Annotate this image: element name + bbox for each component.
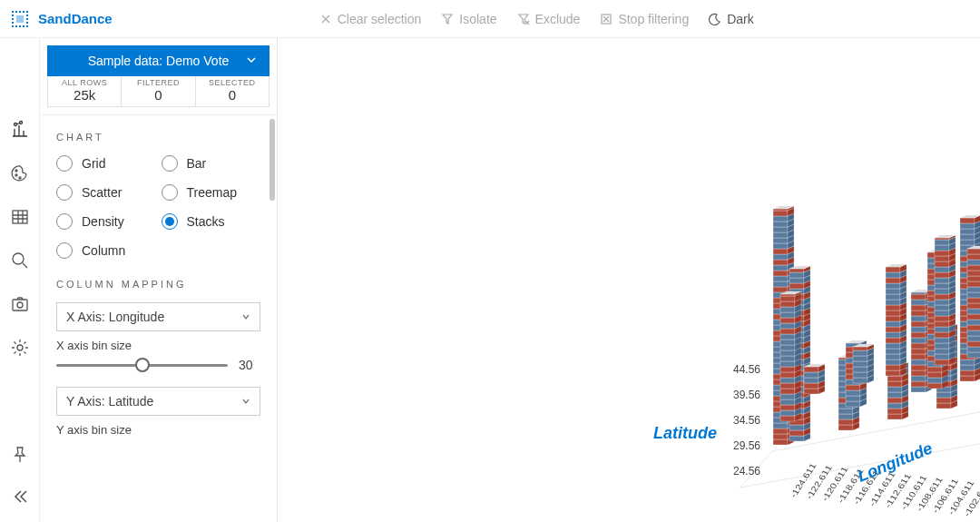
svg-rect-366 xyxy=(911,381,926,387)
svg-rect-64 xyxy=(773,243,788,249)
data-tab-icon[interactable] xyxy=(10,207,30,231)
svg-rect-384 xyxy=(927,383,942,389)
search-tab-icon[interactable] xyxy=(10,251,30,274)
svg-rect-29 xyxy=(773,434,788,439)
radio-stacks[interactable]: Stacks xyxy=(162,213,261,230)
stop-filtering-button[interactable]: Stop filtering xyxy=(600,12,689,26)
radio-stacks-label: Stacks xyxy=(187,214,225,229)
svg-rect-60 xyxy=(773,265,788,271)
dark-label: Dark xyxy=(727,12,754,26)
svg-rect-913 xyxy=(886,316,900,321)
lat-tick: 39.56 xyxy=(733,389,760,401)
svg-rect-67 xyxy=(773,227,788,232)
x-bin-label: X axis bin size xyxy=(56,339,260,352)
y-axis-select-label: Y Axis: Latitude xyxy=(66,394,153,409)
svg-rect-437 xyxy=(960,223,975,229)
isolate-button[interactable]: Isolate xyxy=(441,12,496,26)
svg-rect-341 xyxy=(780,350,795,356)
stack xyxy=(967,246,980,358)
radio-bar[interactable]: Bar xyxy=(162,155,261,172)
svg-rect-347 xyxy=(780,318,795,323)
x-bin-slider[interactable] xyxy=(56,356,228,374)
svg-rect-920 xyxy=(886,278,900,283)
svg-rect-952 xyxy=(967,325,980,330)
svg-rect-966 xyxy=(967,249,980,254)
funnel-icon xyxy=(441,13,454,25)
svg-rect-947 xyxy=(967,352,980,358)
svg-rect-16 xyxy=(16,15,24,23)
svg-point-22 xyxy=(19,177,21,179)
lat-tick: 24.56 xyxy=(733,465,760,478)
svg-rect-434 xyxy=(960,240,975,245)
data-dropdown[interactable]: Sample data: Demo Vote xyxy=(47,45,270,76)
svg-rect-369 xyxy=(911,365,926,370)
svg-rect-0 xyxy=(12,11,14,13)
svg-rect-944 xyxy=(935,245,949,251)
app-header: SandDance Clear selection Isolate Exclud… xyxy=(0,0,980,38)
stat-all-rows-value: 25k xyxy=(48,87,121,103)
svg-rect-936 xyxy=(935,289,949,294)
radio-density[interactable]: Density xyxy=(56,213,156,230)
svg-rect-356 xyxy=(846,385,860,390)
svg-rect-382 xyxy=(911,294,926,300)
svg-rect-370 xyxy=(911,359,926,365)
chart-tab-icon[interactable] xyxy=(10,120,30,143)
radio-column[interactable]: Column xyxy=(56,242,156,259)
svg-rect-409 xyxy=(960,376,975,381)
settings-tab-icon[interactable] xyxy=(10,338,30,361)
slider-thumb-icon[interactable] xyxy=(135,358,150,372)
chevron-down-icon xyxy=(246,54,257,68)
x-axis-select[interactable]: X Axis: Longitude xyxy=(56,302,260,331)
svg-rect-923 xyxy=(935,359,949,365)
color-tab-icon[interactable] xyxy=(10,163,30,187)
svg-rect-348 xyxy=(780,312,795,318)
svg-rect-340 xyxy=(780,356,795,361)
collapse-icon[interactable] xyxy=(11,488,29,509)
pin-icon[interactable] xyxy=(11,446,29,468)
y-axis-select[interactable]: Y Axis: Latitude xyxy=(56,387,260,416)
svg-rect-941 xyxy=(935,261,949,267)
viz-area[interactable]: 44.5639.5634.5629.5624.56 -124.611-122.6… xyxy=(278,38,980,522)
svg-rect-374 xyxy=(911,338,926,343)
svg-rect-65 xyxy=(773,238,788,243)
svg-rect-119 xyxy=(887,409,902,414)
stat-filtered: FILTERED 0 xyxy=(121,76,194,106)
svg-rect-899 xyxy=(853,361,867,367)
svg-rect-436 xyxy=(960,229,975,234)
svg-rect-343 xyxy=(780,340,795,345)
radio-scatter[interactable]: Scatter xyxy=(56,184,156,201)
svg-rect-932 xyxy=(935,310,949,316)
stack xyxy=(935,235,956,365)
brand: SandDance xyxy=(11,10,113,28)
scrollbar-thumb[interactable] xyxy=(270,119,275,201)
top-actions: Clear selection Isolate Exclude Stop fil… xyxy=(319,12,754,26)
chevron-down-icon xyxy=(241,394,250,409)
svg-rect-349 xyxy=(780,307,795,312)
svg-rect-902 xyxy=(853,347,867,350)
svg-rect-924 xyxy=(935,354,949,359)
svg-rect-355 xyxy=(846,390,860,396)
svg-rect-904 xyxy=(886,365,900,370)
lat-tick: 29.56 xyxy=(733,439,760,452)
svg-rect-336 xyxy=(780,378,795,383)
svg-rect-62 xyxy=(773,254,788,260)
svg-rect-14 xyxy=(12,25,14,27)
exclude-button[interactable]: Exclude xyxy=(517,12,581,26)
radio-scatter-label: Scatter xyxy=(82,185,122,200)
panel-scroll[interactable]: CHART Grid Bar Scatter Treemap Density S… xyxy=(40,114,277,522)
svg-point-24 xyxy=(13,253,24,264)
svg-rect-63 xyxy=(773,249,788,254)
svg-rect-905 xyxy=(886,359,900,365)
radio-treemap[interactable]: Treemap xyxy=(162,184,261,201)
svg-rect-927 xyxy=(935,338,949,343)
dark-toggle[interactable]: Dark xyxy=(709,12,754,26)
snapshot-tab-icon[interactable] xyxy=(10,294,30,318)
radio-grid[interactable]: Grid xyxy=(56,155,156,172)
svg-rect-72 xyxy=(789,436,804,441)
stat-filtered-value: 0 xyxy=(122,87,194,103)
clear-selection-button[interactable]: Clear selection xyxy=(319,12,422,26)
svg-rect-120 xyxy=(887,403,902,409)
stat-selected-value: 0 xyxy=(196,87,269,103)
svg-rect-898 xyxy=(853,367,867,372)
svg-rect-345 xyxy=(780,329,795,334)
